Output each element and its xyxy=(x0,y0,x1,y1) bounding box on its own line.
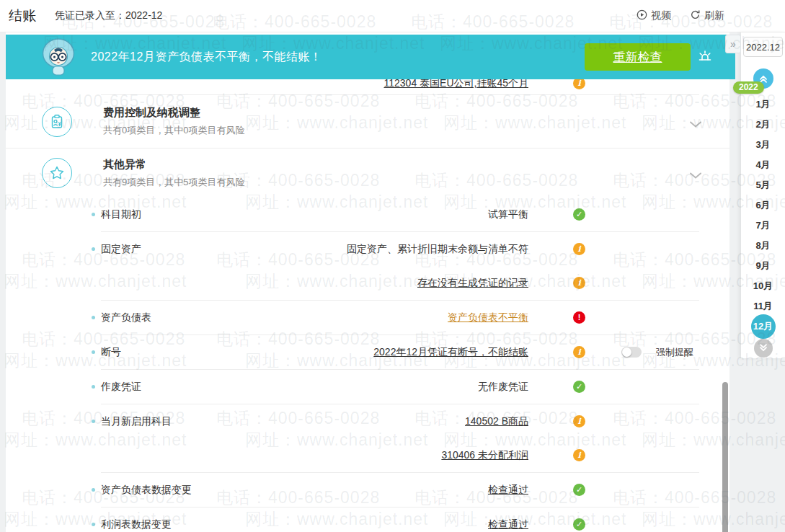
collapse-sidebar-tab[interactable]: » xyxy=(725,35,741,53)
mascot-icon xyxy=(37,36,79,78)
check-item-label: 作废凭证 xyxy=(101,370,141,404)
sidebar-month-3月[interactable]: 3月 xyxy=(741,135,785,155)
check-result-link[interactable]: 检查通过 xyxy=(488,507,528,532)
sidebar-month-7月[interactable]: 7月 xyxy=(741,216,785,236)
sidebar-month-8月[interactable]: 8月 xyxy=(741,236,785,256)
check-result-text: 固定资产、累计折旧期末余额与清单不符 xyxy=(347,232,528,266)
check-row: 资产负债表数据变更检查通过✓ xyxy=(101,473,699,507)
star-icon xyxy=(42,158,72,188)
check-item-label: 断号 xyxy=(101,335,121,369)
error-status-icon: ! xyxy=(573,311,585,324)
check-result-link[interactable]: 140502 B商品 xyxy=(465,404,528,438)
check-result-link[interactable]: 资产负债表不平衡 xyxy=(448,301,528,334)
force-remind-label: 强制提醒 xyxy=(656,335,693,369)
closing-check-panel: 112304 泰国EU公司,挂账45个月 i 费用控制及纳税调整 共有0项类目，… xyxy=(6,32,729,532)
ok-status-icon: ✓ xyxy=(573,484,585,496)
section-title: 费用控制及纳税调整 xyxy=(103,106,244,120)
warning-status-icon: i xyxy=(573,346,585,358)
page-title: 结账 xyxy=(9,6,36,25)
sidebar-month-9月[interactable]: 9月 xyxy=(741,256,785,276)
sidebar-month-4月[interactable]: 4月 xyxy=(741,155,785,175)
bullet-icon xyxy=(92,523,95,526)
section-other-anomalies[interactable]: 其他异常 共有9项类目，其中5项类目有风险 xyxy=(6,148,729,198)
ok-status-icon: ✓ xyxy=(573,381,585,393)
check-row: 断号2022年12月凭证有断号，不能结账i强制提醒 xyxy=(101,335,699,370)
year-badge: 2022 xyxy=(733,81,764,94)
scrollbar-thumb[interactable] xyxy=(722,382,728,532)
bullet-icon xyxy=(92,247,95,251)
current-period: 2022.12 xyxy=(743,37,783,57)
check-result-link[interactable]: 存在没有生成凭证的记录 xyxy=(417,266,528,300)
top-bar: 结账 凭证已录入至：2022-12 视频 刷新 xyxy=(0,0,785,32)
chevron-down-icon[interactable] xyxy=(689,118,702,131)
play-icon xyxy=(637,9,647,22)
sidebar-month-1月[interactable]: 1月 xyxy=(741,94,785,115)
check-item-label: 当月新启用科目 xyxy=(101,404,172,438)
check-result-link[interactable]: 310406 未分配利润 xyxy=(441,438,528,472)
check-row: 资产负债表资产负债表不平衡! xyxy=(101,301,699,335)
bullet-icon xyxy=(92,385,95,389)
section-subtitle: 共有9项类目，其中5项类目有风险 xyxy=(103,176,244,189)
check-item-label: 固定资产 xyxy=(101,232,141,266)
bullet-icon xyxy=(92,420,95,423)
sidebar-month-2月[interactable]: 2月 xyxy=(741,115,785,135)
check-item-label: 资产负债表 xyxy=(101,301,151,334)
ok-status-icon: ✓ xyxy=(573,518,585,531)
recheck-button[interactable]: 重新检查 xyxy=(585,43,691,71)
sidebar-month-12月[interactable]: 12月 xyxy=(741,316,785,337)
section-expense-control[interactable]: 费用控制及纳税调整 共有0项类目，其中0项类目有风险 xyxy=(6,95,729,148)
refresh-icon xyxy=(690,9,701,22)
check-item-label: 资产负债表数据变更 xyxy=(101,473,192,507)
refresh-button[interactable]: 刷新 xyxy=(690,9,724,22)
sidebar-month-10月[interactable]: 10月 xyxy=(741,276,785,296)
warning-status-icon: i xyxy=(573,277,585,289)
check-list: 科目期初试算平衡✓固定资产固定资产、累计折旧期末余额与清单不符i存在没有生成凭证… xyxy=(6,198,729,532)
voucher-entered-subtitle: 凭证已录入至：2022-12 xyxy=(55,9,162,22)
warning-status-icon: i xyxy=(573,243,585,255)
alarm-lamp-icon[interactable] xyxy=(696,48,714,66)
bullet-icon xyxy=(92,316,95,319)
check-result-link[interactable]: 检查通过 xyxy=(488,473,528,507)
scroll-down-icon[interactable] xyxy=(754,339,773,358)
chevron-down-icon[interactable] xyxy=(689,169,702,182)
banner-message: 2022年12月资产负债表不平衡，不能结账！ xyxy=(91,50,321,65)
check-row: 科目期初试算平衡✓ xyxy=(101,198,699,232)
check-result-text: 无作废凭证 xyxy=(478,370,528,404)
check-result-text: 试算平衡 xyxy=(488,198,528,231)
sidebar-month-11月[interactable]: 11月 xyxy=(741,296,785,316)
month-sidebar: 2022.12 2022 1月2月3月4月5月6月7月8月9月10月11月12月 xyxy=(741,32,785,358)
alert-banner: 2022年12月资产负债表不平衡，不能结账！ 重新检查 xyxy=(6,35,735,79)
month-list: 1月2月3月4月5月6月7月8月9月10月11月12月 xyxy=(741,94,785,337)
refresh-label: 刷新 xyxy=(704,9,724,22)
video-button[interactable]: 视频 xyxy=(637,9,671,22)
sidebar-month-5月[interactable]: 5月 xyxy=(741,175,785,195)
check-row: 当月新启用科目140502 B商品i310406 未分配利润i xyxy=(101,404,699,473)
section-title: 其他异常 xyxy=(103,158,244,172)
check-row: 固定资产固定资产、累计折旧期末余额与清单不符i存在没有生成凭证的记录i xyxy=(101,232,699,301)
ok-status-icon: ✓ xyxy=(573,208,585,221)
check-result-link[interactable]: 2022年12月凭证有断号，不能结账 xyxy=(373,335,528,369)
force-remind-toggle[interactable] xyxy=(621,347,642,358)
bullet-icon xyxy=(92,488,95,492)
bullet-icon xyxy=(92,350,95,354)
video-label: 视频 xyxy=(651,9,671,22)
warning-status-icon: i xyxy=(573,449,585,461)
check-row: 利润表数据变更检查通过✓ xyxy=(101,507,699,532)
check-item-label: 科目期初 xyxy=(101,198,141,231)
check-item-label: 利润表数据变更 xyxy=(101,507,172,532)
clipboard-icon xyxy=(42,107,72,137)
bullet-icon xyxy=(92,213,95,216)
section-subtitle: 共有0项类目，其中0项类目有风险 xyxy=(103,124,244,137)
sidebar-month-6月[interactable]: 6月 xyxy=(741,195,785,216)
warning-status-icon: i xyxy=(573,415,585,427)
check-row: 作废凭证无作废凭证✓ xyxy=(101,370,699,404)
